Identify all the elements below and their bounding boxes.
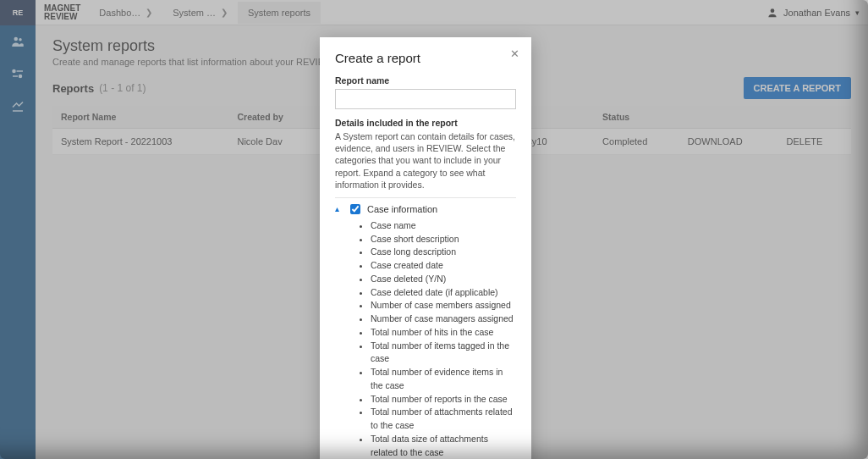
case-info-item: Total number of evidence items in the ca… [371, 366, 516, 393]
category-case-header[interactable]: ▴ Case information [335, 204, 516, 214]
case-info-item: Number of case members assigned [371, 299, 516, 312]
category-case-title: Case information [367, 204, 437, 214]
caret-up-icon: ▴ [335, 204, 343, 213]
report-name-input[interactable] [335, 89, 516, 109]
case-info-item: Number of case managers assigned [371, 312, 516, 326]
case-info-item: Case deleted date (if applicable) [371, 286, 516, 300]
category-case-body: Case nameCase short descriptionCase long… [360, 219, 516, 459]
details-section-label: Details included in the report [335, 118, 516, 128]
modal-title: Create a report [335, 51, 516, 65]
case-info-item: Total data size of attachments related t… [371, 433, 516, 459]
case-info-item: Case deleted (Y/N) [371, 273, 516, 286]
case-info-item: Total number of reports in the case [371, 393, 516, 406]
case-info-item: Total number of attachments related to t… [371, 406, 516, 433]
create-report-modal: ✕ Create a report Report name Details in… [320, 37, 531, 459]
case-info-item: Case created date [371, 259, 516, 273]
category-case-checkbox[interactable] [350, 204, 360, 214]
case-info-item: Case long description [371, 246, 516, 259]
category-case: ▴ Case information Case nameCase short d… [335, 197, 516, 459]
case-info-item: Case short description [371, 233, 516, 246]
case-info-item: Case name [371, 219, 516, 233]
report-name-label: Report name [335, 75, 516, 86]
close-icon[interactable]: ✕ [510, 47, 519, 60]
case-info-item: Total number of hits in the case [371, 326, 516, 340]
details-help-text: A System report can contain details for … [335, 130, 516, 191]
case-info-item: Total number of items tagged in the case [371, 340, 516, 367]
